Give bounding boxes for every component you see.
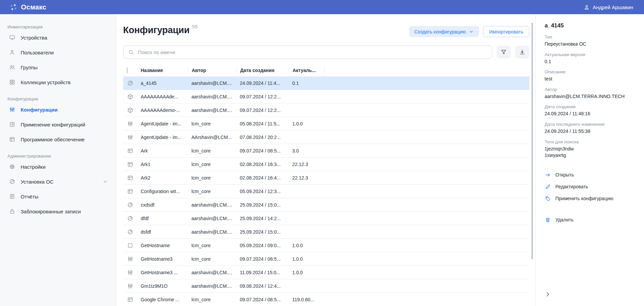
detail-actions: ОткрытьРедактироватьПрименить конфигурац…: [545, 170, 637, 225]
sidebar-item-label: Группы: [21, 65, 38, 70]
search-input[interactable]: [137, 49, 487, 55]
filter-icon: [501, 49, 507, 55]
os-install-icon: [127, 229, 133, 235]
chevron-down-icon: [469, 29, 474, 34]
field-label: Дата создания: [545, 104, 637, 109]
chevron-down-icon[interactable]: [102, 179, 109, 184]
import-button[interactable]: Импортировать: [483, 26, 529, 37]
field-value: test: [545, 76, 637, 83]
os-install-icon: [127, 202, 133, 208]
table-row[interactable]: Ark1lcm_core02.08.2024 / 16:3...22.12.3: [123, 158, 529, 171]
table-row[interactable]: AAAAAAAdemo-...aarshavin@LCM....09.07.20…: [123, 103, 529, 117]
field-label: Описание: [545, 69, 637, 74]
sidebar-item-grid[interactable]: Коллекции устройств: [6, 75, 111, 90]
config-name: dfdf: [137, 216, 188, 221]
table-row[interactable]: Configuration wit...lcm_core05.09.2024 /…: [123, 185, 529, 198]
config-version: 1.0.0: [289, 243, 324, 248]
os-install-icon: [9, 179, 16, 185]
table-row[interactable]: GetHostname3lcm_core09.07.2024 / 08:5...…: [123, 252, 529, 266]
config-created: 05.08.2024 / 11:5...: [236, 121, 289, 126]
detail-field: Дата создания24.09.2024 / 11:48:16: [545, 104, 637, 117]
brand[interactable]: Осмакс: [9, 3, 46, 11]
config-created: 09.07.2024 / 08:5...: [236, 297, 289, 302]
table-row[interactable]: Google Chrome ...lcm_core09.07.2024 / 08…: [123, 293, 529, 306]
filter-button[interactable]: [497, 46, 511, 58]
configurations-table: Название Автор Дата создания Актуаль... …: [123, 64, 529, 306]
user-icon: [9, 49, 16, 55]
detail-field: Описаниеtest: [545, 69, 637, 83]
config-version: 1.0.0: [289, 121, 324, 126]
export-button[interactable]: [515, 46, 529, 58]
search-icon: [128, 49, 134, 55]
action-pencil[interactable]: Редактировать: [545, 182, 637, 191]
sidebar-item-users[interactable]: Группы: [6, 60, 111, 75]
column-header-filler: [324, 68, 529, 73]
config-name: Gm1tz9M1O: [137, 283, 188, 289]
create-configuration-button[interactable]: Создать конфигурацию: [409, 26, 479, 37]
sidebar-item-sliders[interactable]: Конфигурации: [6, 102, 111, 117]
table-row[interactable]: cxdsdfaarshavin@LCM....25.09.2024 / 15:0…: [123, 198, 529, 212]
report-icon: [9, 193, 16, 199]
config-author: lcm_core: [188, 148, 236, 154]
config-created: 24.09.2024 / 11:4...: [236, 80, 289, 86]
column-header-created[interactable]: Дата создания: [236, 68, 289, 73]
config-author: lcm_core: [188, 297, 236, 302]
table-row[interactable]: GetHostname3 ...aarshavin@LCM....11.09.2…: [123, 266, 529, 279]
action-tag[interactable]: Применить конфигурацию: [545, 194, 637, 203]
config-created: 09.07.2024 / 12:2...: [236, 94, 289, 99]
sidebar-item-window[interactable]: Программное обеспечение: [6, 132, 111, 147]
table-row[interactable]: Ark2lcm_core02.08.2024 / 16:4...22.12.3: [123, 171, 529, 185]
config-name: AgentUpdate - im...: [137, 121, 188, 126]
field-label: Актуальная версия: [545, 52, 637, 57]
monitor-icon: [9, 34, 16, 41]
sidebar-item-report[interactable]: Отчёты: [6, 189, 111, 204]
column-header-author[interactable]: Автор: [188, 68, 236, 73]
table-row[interactable]: AgentUpdate - im...AArshavin@LCM...07.08…: [123, 131, 529, 144]
scrollbar[interactable]: [531, 23, 533, 259]
sidebar-item-user[interactable]: Пользователи: [6, 45, 111, 60]
table-row[interactable]: dsfdfaarshavin@LCM....25.09.2024 / 15:0.…: [123, 225, 529, 239]
table-row[interactable]: GetHostnamelcm_core05.09.2024 / 09:0...1…: [123, 239, 529, 252]
sidebar-item-os-install[interactable]: Установка ОС: [6, 174, 111, 189]
square-icon: [127, 242, 133, 249]
table-row[interactable]: dfdfaarshavin@LCM....25.09.2024 / 14:2..…: [123, 212, 529, 225]
config-name: GetHostname: [137, 243, 188, 248]
table-row[interactable]: AAAAAAAAAde...aarshavin@LCM....09.07.202…: [123, 90, 529, 103]
detail-title: a_4145: [545, 22, 637, 29]
config-author: aarshavin@LCM....: [188, 108, 236, 113]
table-row[interactable]: AgentUpdate - im...lcm_core05.08.2024 / …: [123, 117, 529, 131]
table-body: a_4145aarshavin@LCM....24.09.2024 / 11:4…: [123, 76, 529, 306]
config-author: lcm_core: [188, 189, 236, 194]
column-header-version[interactable]: Актуаль...: [289, 68, 324, 73]
detail-field: Теги для поиска1jezmqn3ndw1swyaxrtg: [545, 139, 637, 159]
config-version: 119.0.60...: [289, 297, 324, 302]
config-created: 25.09.2024 / 15:0...: [236, 202, 289, 208]
config-version: 3.0: [289, 148, 324, 154]
table-row[interactable]: Gm1tz9M1Oaarshavin@LCM....09.08.2024 / 1…: [123, 279, 529, 293]
table-row[interactable]: Arklcm_core09.07.2024 / 08:5...3.0: [123, 144, 529, 158]
sidebar-item-gear[interactable]: Настройки: [6, 159, 111, 174]
config-author: lcm_core: [188, 243, 236, 248]
field-value: 24.09.2024 / 11:55:38: [545, 128, 637, 135]
delete-button[interactable]: Удалить: [545, 215, 637, 225]
sidebar-item-label: Отчёты: [21, 194, 38, 199]
logo-icon: [9, 3, 18, 11]
sidebar-item-monitor[interactable]: Устройства: [6, 30, 111, 45]
sidebar-item-checklist[interactable]: Применение конфигураций: [6, 117, 111, 132]
field-label: Автор: [545, 87, 637, 92]
column-header-name[interactable]: Название: [137, 68, 188, 73]
config-version: 22.12.3: [289, 162, 324, 167]
config-name: Google Chrome ...: [137, 297, 188, 302]
table-row[interactable]: a_4145aarshavin@LCM....24.09.2024 / 11:4…: [123, 76, 529, 90]
config-author: aarshavin@LCM....: [188, 202, 236, 208]
config-created: 09.08.2024 / 12:4...: [236, 283, 289, 289]
config-version: 1.0.0: [289, 256, 324, 262]
config-author: lcm_core: [188, 121, 236, 126]
sidebar-item-lock[interactable]: Заблокированные записи: [6, 204, 111, 219]
collapse-panel-button[interactable]: [544, 290, 552, 299]
action-arrow-right[interactable]: Открыть: [545, 170, 637, 180]
select-all-checkbox[interactable]: [127, 67, 128, 73]
config-created: 25.09.2024 / 15:0...: [236, 229, 289, 235]
topbar-user[interactable]: Андрей Аршавин: [584, 4, 633, 10]
field-label: Теги для поиска: [545, 139, 637, 144]
